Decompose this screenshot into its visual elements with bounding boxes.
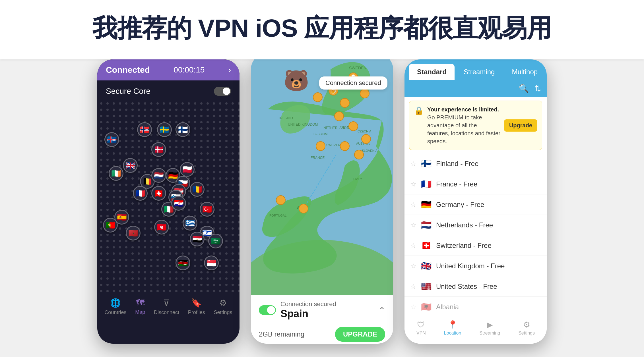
svg-text:SWEDEN: SWEDEN <box>349 66 366 70</box>
flag-circle: 🇬🇷 <box>183 216 197 231</box>
star-icon[interactable]: ☆ <box>410 303 416 311</box>
search-icon[interactable]: 🔍 <box>519 84 529 93</box>
phone-3-location-list: Standard Streaming Multihop 🔍 ⇅ 🔒 Your e… <box>404 59 547 344</box>
flag-circle: 🇸🇪 <box>157 122 172 137</box>
shield-icon: 🛡 <box>417 320 425 329</box>
nav-label: Profiles <box>188 310 205 316</box>
star-icon[interactable]: ☆ <box>410 283 416 290</box>
flag-circle: 🇮🇸 <box>104 132 119 147</box>
premium-icon: 🔒 <box>414 106 424 115</box>
list-item[interactable]: ☆ 🇩🇪 Germany - Free <box>404 194 547 215</box>
globe-icon: 🌐 <box>110 298 121 308</box>
flag-circle: 🇵🇱 <box>180 162 195 177</box>
phone-1-protonvpn: Connected 00:00:15 › Secure Core 🇮🇸🇬🇧🇮🇪🇳… <box>97 59 240 344</box>
chevron-up-icon[interactable]: ⌃ <box>379 306 385 315</box>
star-icon[interactable]: ☆ <box>410 262 416 270</box>
flag-germany: 🇩🇪 <box>421 200 432 209</box>
nav-label: Disconnect <box>154 310 179 316</box>
tab-streaming[interactable]: Streaming <box>456 64 503 80</box>
star-icon[interactable]: ☆ <box>410 221 416 229</box>
nav-streaming[interactable]: ▶ Streaming <box>479 320 500 336</box>
svg-point-31 <box>299 204 308 213</box>
flag-circle: 🇹🇳 <box>154 220 169 234</box>
svg-text:ITALY: ITALY <box>353 177 362 181</box>
flag-circle: 🇨🇭 <box>151 186 166 201</box>
phone3-tabs: Standard Streaming Multihop <box>404 59 547 80</box>
flag-circle: 🇷🇴 <box>190 182 205 197</box>
phone2-bottom-section: Connection secured Spain ⌃ 2GB remaining… <box>251 295 393 342</box>
nav-settings[interactable]: ⚙ Settings <box>518 320 535 336</box>
list-item[interactable]: ☆ 🇫🇷 France - Free <box>404 174 547 194</box>
connection-secured-badge: Connection secured <box>319 76 387 90</box>
list-item[interactable]: ☆ 🇳🇱 Netherlands - Free <box>404 215 547 235</box>
page-title: 我推荐的 VPN iOS 应用程序都很直观易用 <box>17 11 627 45</box>
star-icon[interactable]: ☆ <box>410 201 416 209</box>
phone-2-bear-vpn: SWEDEN DENMARK IRELAND UNITED KINGDOM NE… <box>251 54 393 344</box>
tab-standard[interactable]: Standard <box>409 64 455 80</box>
list-item[interactable]: ☆ 🇦🇱 Albania <box>404 297 547 317</box>
svg-point-26 <box>349 122 358 131</box>
list-item[interactable]: ☆ 🇬🇧 United Kingdom - Free <box>404 256 547 276</box>
settings-icon: ⚙ <box>523 320 530 329</box>
star-icon[interactable]: ☆ <box>410 242 416 250</box>
connection-status-row: Connection secured Spain ⌃ <box>259 300 385 320</box>
sort-icon[interactable]: ⇅ <box>534 84 541 93</box>
nav-profiles[interactable]: 🔖 Profiles <box>188 298 205 316</box>
svg-point-25 <box>335 112 344 121</box>
svg-text:FRANCE: FRANCE <box>311 156 325 160</box>
flag-circle: 🇩🇰 <box>151 142 166 157</box>
secure-core-toggle[interactable] <box>214 87 231 96</box>
flag-circle: 🇫🇷 <box>133 186 148 201</box>
svg-point-28 <box>340 142 349 151</box>
flag-circle: 🇸🇬 <box>204 256 219 270</box>
country-name: Netherlands - Free <box>436 221 541 229</box>
country-name: Finland - Free <box>436 160 541 168</box>
vpn-toggle[interactable] <box>259 305 276 315</box>
nav-vpn[interactable]: 🛡 VPN <box>416 320 426 336</box>
nav-label: Countries <box>104 310 126 316</box>
country-name: France - Free <box>436 180 541 188</box>
phone3-bottom-nav: 🛡 VPN 📍 Location ▶ Streaming ⚙ Settings <box>404 316 547 344</box>
upgrade-premium-button[interactable]: Upgrade <box>504 119 537 132</box>
flag-circle: 🇫🇮 <box>176 122 190 137</box>
bear-mascot: 🐻 <box>284 69 309 93</box>
upgrade-button[interactable]: UPGRADE <box>335 327 385 342</box>
flag-circle: 🇲🇦 <box>126 226 141 240</box>
svg-point-30 <box>316 142 325 151</box>
flag-france: 🇫🇷 <box>421 179 432 189</box>
connection-info: Connection secured Spain <box>280 300 336 320</box>
premium-text: Your experience is limited. Go PREMIUM t… <box>427 105 501 145</box>
premium-text-normal: Go PREMIUM to take advantage of all the … <box>427 114 500 144</box>
nav-label: Settings <box>518 331 535 336</box>
country-name: United States - Free <box>436 283 541 290</box>
nav-countries[interactable]: 🌐 Countries <box>104 298 126 316</box>
country-list: ☆ 🇫🇮 Finland - Free ☆ 🇫🇷 France - Free ☆… <box>404 153 547 344</box>
profiles-icon: 🔖 <box>191 298 202 308</box>
tab-multihop[interactable]: Multihop <box>504 64 546 80</box>
streaming-icon: ▶ <box>487 320 493 329</box>
premium-text-bold: Your experience is limited. <box>427 106 499 113</box>
nav-label: Location <box>444 331 461 336</box>
flag-circle: 🇳🇴 <box>137 122 152 137</box>
nav-label: Settings <box>214 310 232 316</box>
list-item[interactable]: ☆ 🇨🇭 Switzerland - Free <box>404 235 547 256</box>
nav-location[interactable]: 📍 Location <box>444 320 461 336</box>
europe-map-svg: SWEDEN DENMARK IRELAND UNITED KINGDOM NE… <box>251 54 393 295</box>
star-icon[interactable]: ☆ <box>410 180 416 188</box>
nav-disconnect[interactable]: ⊽ Disconnect <box>154 298 179 316</box>
page-wrapper: 我推荐的 VPN iOS 应用程序都很直观易用 Connected 00:00:… <box>0 0 644 357</box>
svg-point-27 <box>362 134 371 144</box>
connection-status: Connected <box>106 65 150 75</box>
nav-settings[interactable]: ⚙ Settings <box>214 298 232 316</box>
nav-label: VPN <box>416 331 426 336</box>
svg-text:BELGIUM: BELGIUM <box>313 132 328 136</box>
star-icon[interactable]: ☆ <box>410 160 416 168</box>
premium-banner: 🔒 Your experience is limited. Go PREMIUM… <box>409 101 542 150</box>
list-item[interactable]: ☆ 🇺🇸 United States - Free <box>404 276 547 297</box>
phones-container: Connected 00:00:15 › Secure Core 🇮🇸🇬🇧🇮🇪🇳… <box>0 59 644 357</box>
nav-map[interactable]: 🗺 Map <box>135 298 145 316</box>
country-name: United Kingdom - Free <box>436 262 541 270</box>
list-item[interactable]: ☆ 🇫🇮 Finland - Free <box>404 153 547 174</box>
data-remaining-text: 2GB remaining <box>259 330 304 338</box>
svg-text:IRELAND: IRELAND <box>279 116 293 120</box>
